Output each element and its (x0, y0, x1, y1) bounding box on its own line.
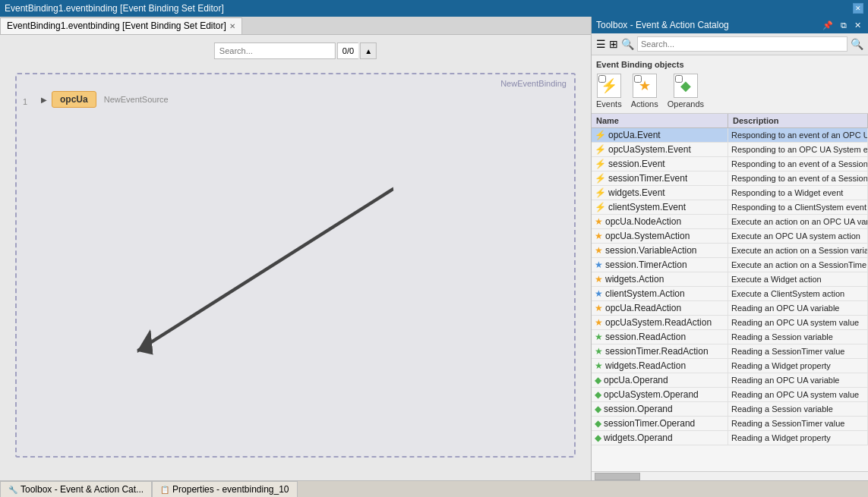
table-row[interactable]: ★clientSystem.ActionExecute a ClientSyst… (592, 287, 868, 301)
table-row[interactable]: ⚡session.EventResponding to an event of … (592, 157, 868, 171)
table-row[interactable]: ⚡widgets.EventResponding to a Widget eve… (592, 186, 868, 200)
cell-description: Execute a Widget action (728, 272, 868, 286)
table-row[interactable]: ◆opcUaSystem.OperandReading an OPC UA sy… (592, 388, 868, 402)
nav-up-button[interactable]: ▲ (360, 42, 377, 59)
table-row[interactable]: ★widgets.ReadActionReading a Widget prop… (592, 359, 868, 373)
ebo-actions-icon-wrap[interactable]: ★ (633, 74, 657, 98)
close-icon[interactable]: ✕ (853, 3, 863, 14)
ebo-operands-label: Operands (668, 99, 704, 109)
toolbox-title-text: Toolbox - Event & Action Catalog (596, 20, 817, 30)
table-row[interactable]: ◆opcUa.OperandReading an OPC UA variable (592, 373, 868, 388)
cell-name-text: widgets.Event (608, 187, 665, 198)
row-icon: ◆ (595, 404, 601, 414)
cell-name: ★session.TimerAction (592, 258, 728, 272)
table-row[interactable]: ★widgets.ActionExecute a Widget action (592, 272, 868, 287)
cell-name: ★sessionTimer.ReadAction (592, 344, 728, 358)
table-row[interactable]: ◆widgets.OperandReading a Widget propert… (592, 431, 868, 445)
cell-name-text: session.VariableAction (605, 245, 697, 256)
table-row[interactable]: ⚡opcUaSystem.EventResponding to an OPC U… (592, 143, 868, 157)
ebo-events-icon-wrap[interactable]: ⚡ (597, 74, 621, 98)
cell-description: Reading a Widget property (728, 359, 868, 373)
tab-close-icon[interactable]: ✕ (229, 22, 235, 30)
expand-arrow-icon[interactable]: ▶ (39, 95, 49, 104)
cell-name: ★opcUa.ReadAction (592, 301, 728, 315)
horizontal-scrollbar[interactable] (592, 471, 868, 480)
search-filter-icon[interactable]: 🔍 (621, 38, 634, 50)
table-row[interactable]: ★opcUaSystem.ReadActionReading an OPC UA… (592, 316, 868, 330)
cell-description: Reading an OPC UA system value (728, 316, 868, 329)
toolbox-controls[interactable]: 📌 ⧉ ✕ (820, 20, 863, 30)
table-row[interactable]: ★opcUa.ReadActionReading an OPC UA varia… (592, 301, 868, 316)
row-icon: ⚡ (595, 144, 606, 155)
search-grid-icon[interactable]: ⊞ (609, 38, 618, 50)
cell-description: Reading a Session variable (728, 402, 868, 416)
table-row[interactable]: ★sessionTimer.ReadActionReading a Sessio… (592, 344, 868, 359)
h-scroll-thumb[interactable] (595, 473, 640, 480)
table-row[interactable]: ★opcUa.NodeActionExecute an action on an… (592, 215, 868, 229)
ebo-items-container: ⚡ Events ★ Actions ◆ Operan (596, 74, 863, 109)
cell-name: ★widgets.ReadAction (592, 359, 728, 373)
ebo-item-events[interactable]: ⚡ Events (596, 74, 622, 109)
toolbox-search-bar: ☰ ⊞ 🔍 🔍 (592, 33, 868, 55)
table-row[interactable]: ◆session.OperandReading a Session variab… (592, 402, 868, 417)
toolbox-search-input[interactable] (637, 36, 847, 52)
row-icon: ★ (595, 317, 603, 328)
cell-description: Responding to an OPC UA System event (728, 143, 868, 156)
row-icon: ★ (595, 332, 603, 342)
cell-description: Responding to an event of an OPC UA vari (728, 128, 868, 142)
binding-canvas[interactable]: NewEventBinding 1 ▶ opcUa NewEventSource (15, 73, 576, 458)
row-icon: ◆ (595, 389, 601, 400)
table-row[interactable]: ⚡opcUa.EventResponding to an event of an… (592, 128, 868, 143)
search-mode-icon[interactable]: ☰ (596, 38, 606, 50)
row-icon: ⚡ (595, 202, 606, 212)
ebo-operands-icon-wrap[interactable]: ◆ (674, 74, 698, 98)
cell-description: Responding to an event of a Session vari… (728, 157, 868, 171)
node-box[interactable]: opcUa (52, 91, 96, 108)
ebo-operands-checkbox[interactable] (675, 75, 683, 83)
search-go-icon[interactable]: 🔍 (851, 38, 863, 50)
ebo-item-operands[interactable]: ◆ Operands (668, 74, 704, 109)
ebo-item-actions[interactable]: ★ Actions (631, 74, 658, 109)
cell-name-text: widgets.Action (605, 274, 664, 285)
ebo-actions-label: Actions (631, 99, 658, 109)
table-row[interactable]: ★session.TimerActionExecute an action on… (592, 258, 868, 272)
row-icon: ★ (595, 216, 603, 227)
table-row[interactable]: ★opcUa.SystemActionExecute an OPC UA sys… (592, 229, 868, 244)
svg-line-1 (137, 189, 393, 351)
row-icon: ★ (595, 260, 603, 270)
table-row[interactable]: ★session.ReadActionReading a Session var… (592, 330, 868, 344)
status-tab-toolbox[interactable]: 🔧 Toolbox - Event & Action Cat... (0, 481, 152, 498)
cell-name: ◆session.Operand (592, 402, 728, 416)
toolbox-float-icon[interactable]: ⧉ (838, 20, 849, 30)
status-tab-properties[interactable]: 📋 Properties - eventbinding_10 (152, 481, 297, 498)
ebo-section-title: Event Binding objects (596, 60, 863, 69)
catalog-table[interactable]: Name Description ⚡opcUa.EventResponding … (592, 114, 868, 471)
row-icon: ◆ (595, 375, 601, 385)
cell-name: ★opcUa.SystemAction (592, 229, 728, 243)
cell-name-text: clientSystem.Action (605, 288, 685, 299)
table-row[interactable]: ⚡sessionTimer.EventResponding to an even… (592, 171, 868, 186)
cell-name-text: opcUaSystem.Operand (604, 389, 699, 400)
cell-name: ★session.ReadAction (592, 330, 728, 344)
cell-name-text: opcUa.Event (608, 130, 661, 140)
cell-name-text: opcUaSystem.Event (608, 144, 691, 155)
editor-tab[interactable]: EventBinding1.eventbinding [Event Bindin… (0, 17, 242, 34)
cell-description: Execute an action on an OPC UA variable (728, 215, 868, 228)
table-row[interactable]: ⚡clientSystem.EventResponding to a Clien… (592, 200, 868, 215)
table-row[interactable]: ★session.VariableActionExecute an action… (592, 244, 868, 258)
cell-name-text: opcUa.NodeAction (605, 216, 681, 227)
cell-name: ◆opcUa.Operand (592, 373, 728, 387)
row-icon: ★ (595, 288, 603, 299)
connection-arrow (17, 74, 574, 456)
event-node: ▶ opcUa NewEventSource (39, 91, 169, 108)
title-bar-controls[interactable]: ✕ (853, 3, 863, 14)
row-icon: ★ (595, 274, 603, 285)
toolbox-close-icon[interactable]: ✕ (852, 20, 863, 30)
cell-description: Execute an action on a SessionTimer (728, 258, 868, 272)
ebo-events-checkbox[interactable] (598, 75, 606, 83)
toolbox-pin-icon[interactable]: 📌 (820, 20, 835, 30)
table-row[interactable]: ◆sessionTimer.OperandReading a SessionTi… (592, 417, 868, 431)
canvas-search-input[interactable] (214, 42, 336, 59)
ebo-actions-checkbox[interactable] (634, 75, 642, 83)
cell-description: Reading a SessionTimer value (728, 417, 868, 430)
